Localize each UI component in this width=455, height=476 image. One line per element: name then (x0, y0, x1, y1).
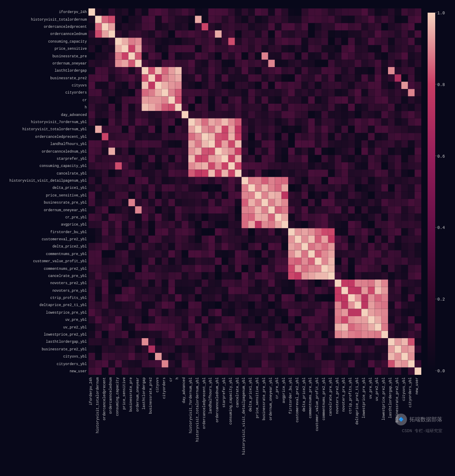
watermark-text: 拓端数据部落 (410, 416, 442, 423)
watermark-logo: 🔷 (395, 414, 407, 425)
heatmap-canvas (0, 0, 455, 476)
csdn-label: CSDN 专栏·端研究室 (402, 428, 442, 434)
chart-container: 🔷 拓端数据部落 CSDN 专栏·端研究室 (0, 0, 455, 476)
watermark: 🔷 拓端数据部落 (395, 414, 442, 425)
